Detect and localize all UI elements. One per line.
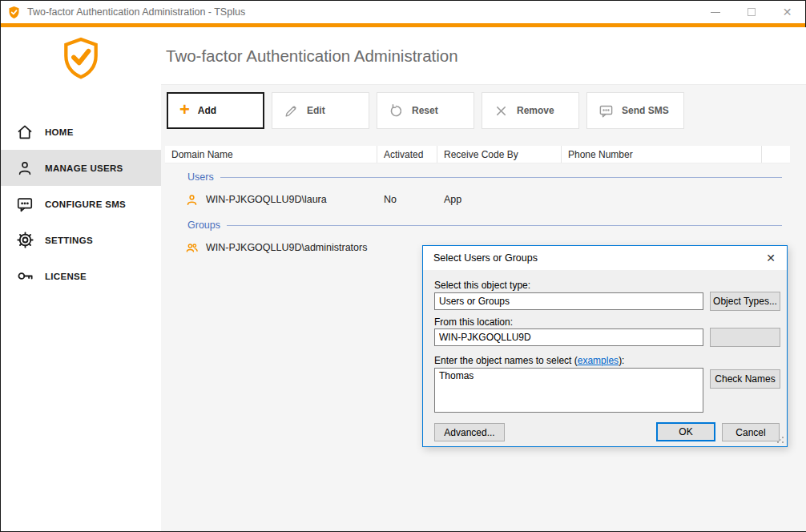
group-name: Groups xyxy=(187,220,220,231)
dialog-titlebar: Select Users or Groups xyxy=(423,246,787,270)
toolbar-button-label: Remove xyxy=(517,105,554,116)
locations-button[interactable] xyxy=(710,328,780,347)
object-types-button[interactable]: Object Types... xyxy=(710,292,780,311)
group-header-groups: Groups xyxy=(165,215,790,236)
ok-button[interactable]: OK xyxy=(656,422,715,441)
edit-button[interactable]: Edit xyxy=(272,92,369,129)
toolbar-button-label: Reset xyxy=(412,105,438,116)
user-icon xyxy=(185,193,199,207)
dialog-title: Select Users or Groups xyxy=(433,252,538,264)
close-icon: ✕ xyxy=(766,252,776,264)
header-band: Two-factor Authentication Administration xyxy=(161,27,806,85)
chat-bubble-icon xyxy=(598,103,614,119)
cancel-button[interactable]: Cancel xyxy=(722,423,780,441)
window-controls: ✕ xyxy=(697,1,805,23)
location-field[interactable] xyxy=(434,328,703,346)
dialog-close-button[interactable]: ✕ xyxy=(755,246,787,270)
close-button[interactable]: ✕ xyxy=(769,1,805,23)
column-header-empty xyxy=(762,146,790,163)
maximize-button[interactable] xyxy=(733,1,769,23)
object-names-label-prefix: Enter the object names to select ( xyxy=(434,355,578,366)
column-header-activated[interactable]: Activated xyxy=(377,146,437,163)
window-title: Two-factor Authentication Administration… xyxy=(27,6,245,18)
app-window: Two-factor Authentication Administration… xyxy=(0,0,806,532)
group-header-users: Users xyxy=(165,167,790,187)
location-label: From this location: xyxy=(434,316,513,328)
sidebar-item-label: SETTINGS xyxy=(45,236,93,245)
object-names-label: Enter the object names to select (exampl… xyxy=(434,355,624,366)
advanced-button[interactable]: Advanced... xyxy=(434,423,505,441)
toolbar-button-label: Send SMS xyxy=(622,105,669,116)
gear-icon xyxy=(15,231,34,250)
x-icon xyxy=(494,103,509,119)
reset-button[interactable]: Reset xyxy=(377,92,474,129)
object-names-label-suffix: ): xyxy=(619,355,624,366)
object-names-field[interactable] xyxy=(434,368,703,413)
group-icon xyxy=(185,241,199,255)
sidebar-item-settings[interactable]: SETTINGS xyxy=(1,222,161,258)
titlebar: Two-factor Authentication Administration… xyxy=(1,1,805,23)
close-icon: ✕ xyxy=(783,6,792,18)
remove-button[interactable]: Remove xyxy=(482,92,579,129)
select-users-dialog: Select Users or Groups ✕ Select this obj… xyxy=(422,245,788,447)
app-logo xyxy=(1,35,161,82)
add-button[interactable]: + Add xyxy=(167,92,264,129)
maximize-icon xyxy=(748,8,756,16)
cell-activated: No xyxy=(377,194,437,205)
home-icon xyxy=(15,123,34,142)
shield-check-icon xyxy=(59,35,103,82)
shield-check-icon xyxy=(7,6,21,19)
column-header-domain[interactable]: Domain Name xyxy=(165,146,377,163)
toolbar-button-label: Edit xyxy=(307,105,325,116)
sidebar-item-label: LICENSE xyxy=(45,272,87,281)
group-divider xyxy=(227,225,782,226)
table-header: Domain Name Activated Receive Code By Ph… xyxy=(165,146,790,163)
sidebar-item-label: CONFIGURE SMS xyxy=(45,200,126,209)
key-icon xyxy=(15,267,34,286)
resize-grip-icon[interactable] xyxy=(776,436,784,444)
send-sms-button[interactable]: Send SMS xyxy=(586,92,684,129)
sidebar-item-home[interactable]: HOME xyxy=(1,114,161,150)
minimize-button[interactable] xyxy=(697,1,733,23)
table-row[interactable]: WIN-PJKGOQLLU9D\laura No App xyxy=(165,187,790,212)
pencil-icon xyxy=(284,103,299,119)
minimize-icon xyxy=(711,12,720,13)
group-name: Users xyxy=(187,171,214,183)
sidebar-item-manage-users[interactable]: MANAGE USERS xyxy=(1,150,161,186)
page-title: Two-factor Authentication Administration xyxy=(166,46,458,66)
object-type-field[interactable] xyxy=(434,292,703,310)
reset-arrow-icon xyxy=(389,103,404,119)
sidebar-item-label: MANAGE USERS xyxy=(45,163,123,173)
group-divider xyxy=(220,177,782,178)
column-header-phone[interactable]: Phone Number xyxy=(562,146,762,163)
sidebar-item-configure-sms[interactable]: CONFIGURE SMS xyxy=(1,186,161,222)
sidebar-item-label: HOME xyxy=(45,127,74,137)
plus-icon: + xyxy=(179,101,190,119)
cell-domain-name: WIN-PJKGOQLLU9D\administrators xyxy=(206,242,367,253)
user-icon xyxy=(15,159,34,178)
sidebar: HOME MANAGE USERS CONFIGURE SMS xyxy=(1,27,161,531)
cell-domain-name: WIN-PJKGOQLLU9D\laura xyxy=(206,194,327,205)
cell-receive-code: App xyxy=(437,194,562,205)
users-table: Domain Name Activated Receive Code By Ph… xyxy=(165,146,790,260)
column-header-receive-code[interactable]: Receive Code By xyxy=(437,146,562,163)
toolbar-button-label: Add xyxy=(198,105,216,116)
chat-bubble-icon xyxy=(15,195,34,214)
toolbar: + Add Edit Reset xyxy=(167,92,684,129)
examples-link[interactable]: examples xyxy=(578,355,619,366)
object-type-label: Select this object type: xyxy=(434,280,530,291)
sidebar-nav: HOME MANAGE USERS CONFIGURE SMS xyxy=(1,114,161,294)
check-names-button[interactable]: Check Names xyxy=(710,369,780,389)
sidebar-item-license[interactable]: LICENSE xyxy=(1,258,161,294)
